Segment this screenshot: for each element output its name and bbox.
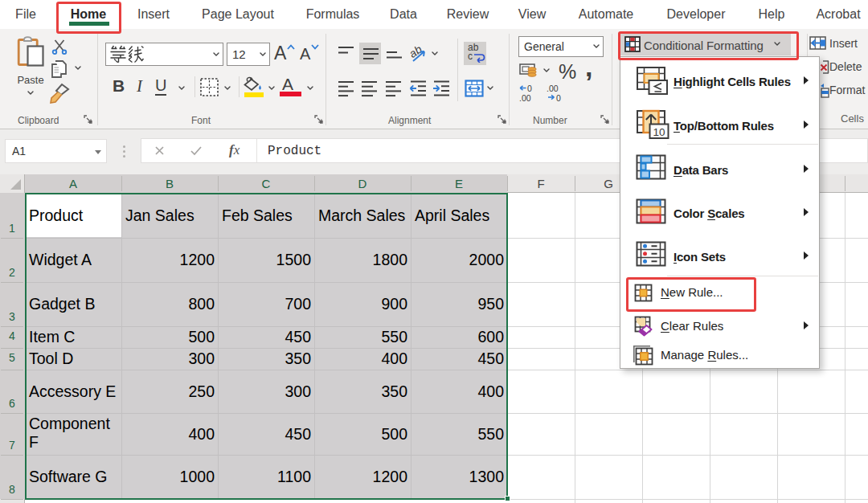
svg-text:0: 0 — [556, 93, 561, 103]
svg-text:0: 0 — [527, 84, 532, 93]
svg-text:10: 10 — [653, 126, 665, 138]
svg-text:.00: .00 — [547, 84, 559, 93]
svg-text:.00: .00 — [519, 93, 531, 103]
